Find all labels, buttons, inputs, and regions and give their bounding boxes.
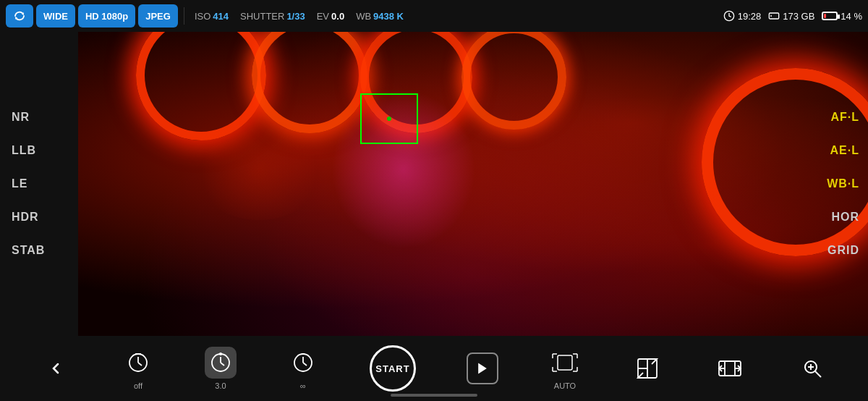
svg-line-9 (221, 363, 224, 366)
resolution-button[interactable]: HD 1080p (78, 4, 135, 28)
machinery-glow (331, 90, 476, 249)
separator-1 (184, 7, 184, 25)
sidebar-label-hdr[interactable]: HDR (12, 211, 78, 224)
storage-icon (768, 11, 780, 21)
svg-rect-17 (558, 355, 572, 370)
wb-stat[interactable]: WB 9438 K (356, 11, 404, 22)
wb-l-label[interactable]: WB·L (827, 177, 859, 190)
expand-icon-wrap (631, 353, 663, 384)
timer-off-button[interactable]: off (122, 347, 154, 390)
ae-l-label[interactable]: AE·L (830, 144, 859, 157)
svg-line-14 (303, 363, 307, 366)
timer-infinity-label: ∞ (300, 381, 306, 390)
play-icon (475, 361, 490, 376)
timer-off-icon-wrap (122, 347, 154, 379)
gallery-icon-wrap (467, 353, 498, 384)
timer-3-icon-wrap (205, 347, 237, 379)
battery-display: 14 % (822, 11, 862, 22)
expand-button[interactable] (631, 353, 663, 384)
wb-value: 9438 K (373, 11, 404, 22)
sidebar-label-llb[interactable]: LLB (12, 144, 78, 157)
sidebar-label-le[interactable]: LE (12, 177, 78, 190)
auto-label: AUTO (554, 381, 576, 390)
timer-3-button[interactable]: 3.0 (205, 347, 237, 390)
start-button[interactable]: START (370, 345, 416, 392)
expand-icon (636, 357, 659, 380)
timer-3-icon (209, 351, 232, 374)
aspect-button[interactable] (714, 353, 746, 384)
speaker-glow-left (194, 119, 324, 220)
shutter-value: 1/33 (286, 11, 305, 22)
ev-stat[interactable]: EV 0.0 (317, 11, 344, 22)
ev-value: 0.0 (331, 11, 344, 22)
svg-line-5 (138, 363, 142, 366)
iso-label: ISO (195, 11, 210, 22)
hor-label[interactable]: HOR (831, 211, 859, 224)
battery-icon (822, 12, 838, 20)
sidebar-label-stab[interactable]: STAB (12, 244, 78, 257)
timer-infinity-icon (292, 351, 315, 374)
viewfinder[interactable]: AF·L AE·L WB·L HOR GRID (78, 32, 868, 336)
start-label: START (375, 363, 409, 374)
iso-value: 414 (213, 11, 229, 22)
timer-infinity-button[interactable]: ∞ (287, 347, 319, 390)
sidebar-label-nr[interactable]: NR (12, 111, 78, 124)
storage-value: 173 GB (783, 11, 814, 22)
main-area: NR LLB LE HDR STAB AF·L AE·L WB·L HOR GR… (0, 32, 868, 336)
wb-label: WB (356, 11, 371, 22)
aspect-icon (718, 358, 742, 379)
storage-display: 173 GB (768, 11, 814, 22)
aspect-icon-wrap (714, 353, 746, 384)
clock-icon (723, 10, 735, 22)
svg-line-35 (815, 371, 821, 377)
timer-off-label: off (134, 381, 142, 390)
svg-marker-16 (478, 363, 487, 374)
back-icon-wrap (40, 353, 72, 384)
top-bar: WIDE HD 1080p JPEG ISO 414 SHUTTER 1/33 … (0, 0, 868, 32)
af-area-button[interactable]: AUTO (549, 347, 581, 390)
wide-button[interactable]: WIDE (36, 4, 75, 28)
shutter-label: SHUTTER (240, 11, 284, 22)
gallery-button[interactable] (467, 353, 498, 384)
left-sidebar: NR LLB LE HDR STAB (0, 32, 78, 336)
search-icon (802, 358, 822, 379)
right-labels: AF·L AE·L WB·L HOR GRID (827, 32, 859, 336)
refresh-button[interactable] (6, 4, 33, 28)
timer-infinity-icon-wrap (287, 347, 319, 379)
af-l-label[interactable]: AF·L (830, 111, 859, 124)
top-bar-right: 19:28 173 GB 14 % (723, 10, 862, 22)
shutter-stat[interactable]: SHUTTER 1/33 (240, 11, 305, 22)
af-area-icon-wrap (549, 347, 581, 379)
ev-label: EV (317, 11, 329, 22)
scroll-indicator (391, 394, 477, 397)
back-button[interactable] (40, 353, 72, 384)
search-icon-wrap (796, 353, 828, 384)
refresh-icon (13, 9, 26, 22)
timer-off-icon (127, 351, 150, 374)
grid-label[interactable]: GRID (827, 244, 859, 257)
time-value: 19:28 (738, 11, 762, 22)
format-button[interactable]: JPEG (138, 4, 178, 28)
bottom-bar: off 3.0 ∞ START (0, 336, 868, 401)
timer-3-label: 3.0 (215, 381, 226, 390)
svg-point-11 (220, 353, 221, 355)
battery-fill (824, 14, 825, 18)
time-display: 19:28 (723, 10, 762, 22)
iso-stat[interactable]: ISO 414 (195, 11, 229, 22)
af-area-icon (552, 353, 578, 373)
battery-value: 14 % (841, 11, 862, 22)
back-chevron-icon (47, 360, 64, 377)
search-button[interactable] (796, 353, 828, 384)
